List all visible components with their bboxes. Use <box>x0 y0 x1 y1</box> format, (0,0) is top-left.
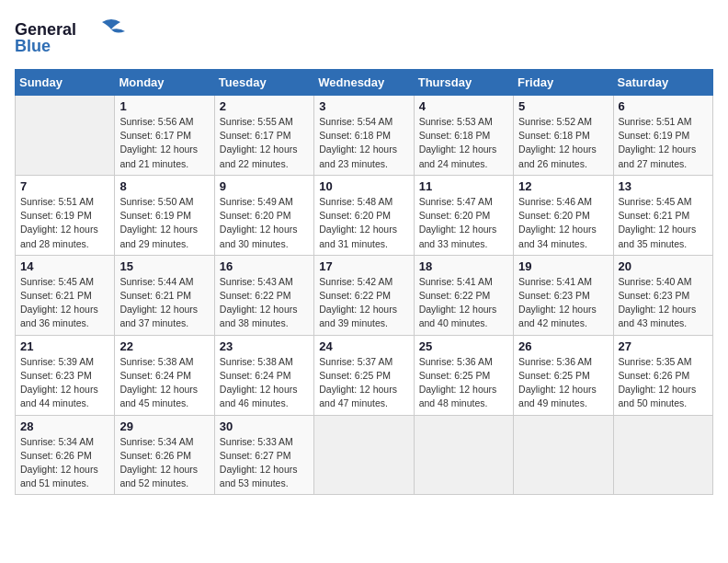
day-info: Sunrise: 5:43 AM Sunset: 6:22 PM Dayligh… <box>220 275 309 331</box>
calendar-cell: 1Sunrise: 5:56 AM Sunset: 6:17 PM Daylig… <box>115 96 214 176</box>
day-info: Sunrise: 5:44 AM Sunset: 6:21 PM Dayligh… <box>119 275 209 331</box>
day-number: 10 <box>319 179 408 193</box>
calendar-cell: 26Sunrise: 5:36 AM Sunset: 6:25 PM Dayli… <box>514 335 613 415</box>
week-row-3: 14Sunrise: 5:45 AM Sunset: 6:21 PM Dayli… <box>16 255 713 335</box>
logo: General Blue <box>15 15 134 60</box>
calendar-cell <box>16 96 115 176</box>
day-number: 4 <box>419 99 508 113</box>
day-info: Sunrise: 5:33 AM Sunset: 6:27 PM Dayligh… <box>220 435 309 491</box>
day-number: 5 <box>518 99 608 113</box>
day-info: Sunrise: 5:53 AM Sunset: 6:18 PM Dayligh… <box>419 115 508 171</box>
calendar-cell <box>514 415 613 495</box>
calendar-cell: 27Sunrise: 5:35 AM Sunset: 6:26 PM Dayli… <box>613 335 712 415</box>
calendar-cell: 24Sunrise: 5:37 AM Sunset: 6:25 PM Dayli… <box>314 335 414 415</box>
day-number: 21 <box>20 339 109 353</box>
day-info: Sunrise: 5:40 AM Sunset: 6:23 PM Dayligh… <box>619 275 708 331</box>
calendar-body: 1Sunrise: 5:56 AM Sunset: 6:17 PM Daylig… <box>16 96 713 495</box>
logo-text: General Blue <box>15 15 134 60</box>
day-number: 17 <box>319 259 408 273</box>
day-header-sunday: Sunday <box>16 70 115 96</box>
calendar-cell: 16Sunrise: 5:43 AM Sunset: 6:22 PM Dayli… <box>214 255 313 335</box>
day-number: 2 <box>220 99 309 113</box>
day-info: Sunrise: 5:37 AM Sunset: 6:25 PM Dayligh… <box>319 355 408 411</box>
day-number: 7 <box>20 179 109 193</box>
day-header-saturday: Saturday <box>613 70 712 96</box>
calendar-cell: 4Sunrise: 5:53 AM Sunset: 6:18 PM Daylig… <box>414 96 513 176</box>
week-row-2: 7Sunrise: 5:51 AM Sunset: 6:19 PM Daylig… <box>16 175 713 255</box>
calendar-cell: 2Sunrise: 5:55 AM Sunset: 6:17 PM Daylig… <box>214 96 313 176</box>
svg-text:General: General <box>15 20 76 39</box>
calendar-cell <box>314 415 414 495</box>
day-number: 1 <box>119 99 209 113</box>
day-info: Sunrise: 5:56 AM Sunset: 6:17 PM Dayligh… <box>119 115 209 171</box>
day-info: Sunrise: 5:54 AM Sunset: 6:18 PM Dayligh… <box>319 115 408 171</box>
calendar-cell: 19Sunrise: 5:41 AM Sunset: 6:23 PM Dayli… <box>514 255 613 335</box>
day-number: 25 <box>419 339 508 353</box>
day-header-wednesday: Wednesday <box>314 70 414 96</box>
calendar-cell: 7Sunrise: 5:51 AM Sunset: 6:19 PM Daylig… <box>16 175 115 255</box>
week-row-5: 28Sunrise: 5:34 AM Sunset: 6:26 PM Dayli… <box>16 415 713 495</box>
calendar-cell: 22Sunrise: 5:38 AM Sunset: 6:24 PM Dayli… <box>115 335 214 415</box>
calendar-cell: 6Sunrise: 5:51 AM Sunset: 6:19 PM Daylig… <box>613 96 712 176</box>
calendar-cell: 25Sunrise: 5:36 AM Sunset: 6:25 PM Dayli… <box>414 335 513 415</box>
calendar-cell: 18Sunrise: 5:41 AM Sunset: 6:22 PM Dayli… <box>414 255 513 335</box>
day-number: 30 <box>220 419 309 433</box>
calendar-cell: 15Sunrise: 5:44 AM Sunset: 6:21 PM Dayli… <box>115 255 214 335</box>
day-number: 23 <box>220 339 309 353</box>
day-number: 12 <box>518 179 608 193</box>
day-number: 18 <box>419 259 508 273</box>
calendar-cell: 14Sunrise: 5:45 AM Sunset: 6:21 PM Dayli… <box>16 255 115 335</box>
day-info: Sunrise: 5:48 AM Sunset: 6:20 PM Dayligh… <box>319 195 408 251</box>
day-info: Sunrise: 5:52 AM Sunset: 6:18 PM Dayligh… <box>518 115 608 171</box>
day-info: Sunrise: 5:50 AM Sunset: 6:19 PM Dayligh… <box>119 195 209 251</box>
calendar-cell: 9Sunrise: 5:49 AM Sunset: 6:20 PM Daylig… <box>214 175 313 255</box>
calendar-cell: 30Sunrise: 5:33 AM Sunset: 6:27 PM Dayli… <box>214 415 313 495</box>
calendar-cell <box>414 415 513 495</box>
day-info: Sunrise: 5:38 AM Sunset: 6:24 PM Dayligh… <box>119 355 209 411</box>
calendar-cell: 21Sunrise: 5:39 AM Sunset: 6:23 PM Dayli… <box>16 335 115 415</box>
calendar-cell: 23Sunrise: 5:38 AM Sunset: 6:24 PM Dayli… <box>214 335 313 415</box>
day-header-tuesday: Tuesday <box>214 70 313 96</box>
day-header-friday: Friday <box>514 70 613 96</box>
day-number: 9 <box>220 179 309 193</box>
day-info: Sunrise: 5:47 AM Sunset: 6:20 PM Dayligh… <box>419 195 508 251</box>
day-number: 28 <box>20 419 109 433</box>
day-number: 8 <box>119 179 209 193</box>
calendar-cell: 29Sunrise: 5:34 AM Sunset: 6:26 PM Dayli… <box>115 415 214 495</box>
week-row-1: 1Sunrise: 5:56 AM Sunset: 6:17 PM Daylig… <box>16 96 713 176</box>
day-number: 20 <box>619 259 708 273</box>
calendar-cell: 11Sunrise: 5:47 AM Sunset: 6:20 PM Dayli… <box>414 175 513 255</box>
day-number: 19 <box>518 259 608 273</box>
day-info: Sunrise: 5:42 AM Sunset: 6:22 PM Dayligh… <box>319 275 408 331</box>
calendar-cell: 20Sunrise: 5:40 AM Sunset: 6:23 PM Dayli… <box>613 255 712 335</box>
calendar-cell: 8Sunrise: 5:50 AM Sunset: 6:19 PM Daylig… <box>115 175 214 255</box>
day-number: 26 <box>518 339 608 353</box>
day-header-thursday: Thursday <box>414 70 513 96</box>
calendar-cell: 28Sunrise: 5:34 AM Sunset: 6:26 PM Dayli… <box>16 415 115 495</box>
day-info: Sunrise: 5:34 AM Sunset: 6:26 PM Dayligh… <box>20 435 109 491</box>
day-info: Sunrise: 5:51 AM Sunset: 6:19 PM Dayligh… <box>619 115 708 171</box>
day-header-monday: Monday <box>115 70 214 96</box>
day-number: 15 <box>119 259 209 273</box>
header: General Blue <box>15 15 713 60</box>
day-info: Sunrise: 5:36 AM Sunset: 6:25 PM Dayligh… <box>419 355 508 411</box>
week-row-4: 21Sunrise: 5:39 AM Sunset: 6:23 PM Dayli… <box>16 335 713 415</box>
calendar-cell: 3Sunrise: 5:54 AM Sunset: 6:18 PM Daylig… <box>314 96 414 176</box>
day-info: Sunrise: 5:51 AM Sunset: 6:19 PM Dayligh… <box>20 195 109 251</box>
calendar-table: SundayMondayTuesdayWednesdayThursdayFrid… <box>15 69 713 495</box>
day-info: Sunrise: 5:45 AM Sunset: 6:21 PM Dayligh… <box>619 195 708 251</box>
calendar-cell: 12Sunrise: 5:46 AM Sunset: 6:20 PM Dayli… <box>514 175 613 255</box>
day-number: 29 <box>119 419 209 433</box>
calendar-cell: 17Sunrise: 5:42 AM Sunset: 6:22 PM Dayli… <box>314 255 414 335</box>
day-number: 13 <box>619 179 708 193</box>
day-info: Sunrise: 5:41 AM Sunset: 6:23 PM Dayligh… <box>518 275 608 331</box>
day-number: 14 <box>20 259 109 273</box>
day-info: Sunrise: 5:39 AM Sunset: 6:23 PM Dayligh… <box>20 355 109 411</box>
calendar-cell <box>613 415 712 495</box>
day-info: Sunrise: 5:49 AM Sunset: 6:20 PM Dayligh… <box>220 195 309 251</box>
day-info: Sunrise: 5:41 AM Sunset: 6:22 PM Dayligh… <box>419 275 508 331</box>
day-info: Sunrise: 5:45 AM Sunset: 6:21 PM Dayligh… <box>20 275 109 331</box>
day-info: Sunrise: 5:34 AM Sunset: 6:26 PM Dayligh… <box>119 435 209 491</box>
day-number: 3 <box>319 99 408 113</box>
calendar-cell: 5Sunrise: 5:52 AM Sunset: 6:18 PM Daylig… <box>514 96 613 176</box>
